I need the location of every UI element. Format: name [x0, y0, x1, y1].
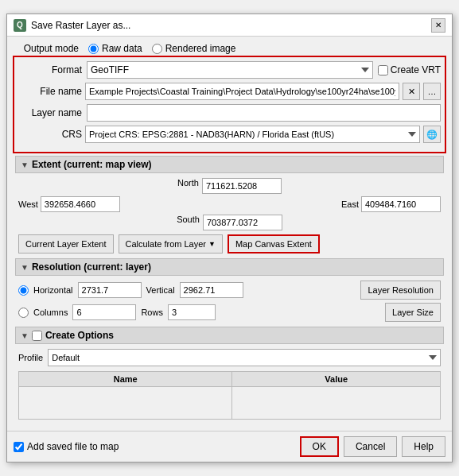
value-column-header: Value	[232, 372, 441, 387]
rendered-image-radio[interactable]	[152, 44, 162, 54]
north-label: North	[177, 178, 199, 194]
rendered-image-option[interactable]: Rendered image	[152, 43, 236, 54]
layer-name-input[interactable]	[87, 104, 441, 122]
layer-name-label: Layer name	[18, 107, 82, 118]
south-input[interactable]	[203, 215, 282, 230]
extent-buttons-row: Current Layer Extent Calculate from Laye…	[15, 234, 444, 253]
name-column-header: Name	[19, 372, 232, 387]
east-input[interactable]	[361, 196, 441, 212]
south-row: South	[15, 215, 444, 230]
required-fields-group: Format GeoTIFF Create VRT File name ✕ … …	[15, 58, 444, 151]
format-row: Format GeoTIFF Create VRT	[18, 61, 441, 79]
output-mode-row: Output mode Raw data Rendered image	[15, 43, 444, 54]
columns-row: Columns Rows Layer Size	[15, 303, 444, 322]
create-vrt-label: Create VRT	[391, 64, 441, 75]
titlebar: Q Save Raster Layer as... ✕	[7, 14, 452, 37]
layer-name-row: Layer name	[18, 104, 441, 122]
ok-button[interactable]: OK	[300, 436, 339, 457]
output-mode-radio-group: Raw data Rendered image	[88, 43, 235, 54]
options-table-empty-value	[232, 387, 441, 420]
horizontal-radio[interactable]	[18, 285, 29, 296]
raw-data-option[interactable]: Raw data	[88, 43, 142, 54]
filename-row: File name ✕ …	[18, 83, 441, 100]
south-label: South	[177, 215, 200, 230]
crs-browse-button[interactable]: 🌐	[423, 126, 441, 143]
format-label: Format	[18, 64, 82, 75]
save-raster-dialog: Q Save Raster Layer as... ✕ Output mode …	[6, 14, 453, 462]
current-layer-extent-button[interactable]: Current Layer Extent	[18, 234, 114, 253]
east-group: East	[341, 196, 441, 212]
columns-label: Columns	[33, 308, 68, 317]
add-saved-file-label: Add saved file to map	[27, 441, 119, 452]
add-saved-file-checkbox[interactable]	[14, 442, 24, 452]
raw-data-label: Raw data	[102, 43, 142, 54]
calculate-dropdown-icon: ▼	[208, 240, 216, 248]
extent-section-title: Extent (current: map view)	[32, 159, 152, 170]
clear-filename-button[interactable]: ✕	[403, 83, 420, 100]
map-canvas-extent-button[interactable]: Map Canvas Extent	[228, 234, 320, 253]
options-table-empty-name	[19, 387, 232, 420]
extent-arrow-icon: ▼	[21, 161, 29, 169]
create-vrt-checkbox[interactable]	[378, 65, 388, 75]
resolution-section-header[interactable]: ▼ Resolution (current: layer)	[15, 258, 444, 276]
layer-size-button[interactable]: Layer Size	[385, 303, 441, 322]
resolution-section: ▼ Resolution (current: layer) Horizontal…	[15, 258, 444, 322]
north-input[interactable]	[202, 178, 282, 194]
calculate-from-layer-label: Calculate from Layer	[126, 239, 207, 249]
window-title: Save Raster Layer as...	[31, 20, 130, 31]
north-row: North	[15, 178, 444, 194]
vertical-label: Vertical	[146, 285, 175, 295]
rows-label: Rows	[141, 308, 163, 317]
extent-section-header[interactable]: ▼ Extent (current: map view)	[15, 156, 444, 173]
create-options-section: ▼ Create Options Profile Default Name Va…	[15, 327, 444, 420]
crs-select[interactable]: Project CRS: EPSG:2881 - NAD83(HARN) / F…	[85, 126, 420, 143]
create-options-checkbox[interactable]	[32, 331, 42, 341]
rows-input[interactable]	[168, 304, 216, 320]
create-options-arrow-icon: ▼	[21, 331, 29, 340]
raw-data-radio[interactable]	[88, 44, 99, 54]
output-mode-label: Output mode	[15, 43, 79, 54]
columns-input[interactable]	[72, 304, 136, 320]
dialog-content: Output mode Raw data Rendered image Form…	[7, 37, 452, 431]
options-table: Name Value	[18, 371, 441, 420]
cancel-button[interactable]: Cancel	[344, 436, 397, 457]
help-button[interactable]: Help	[402, 436, 445, 457]
resolution-section-title: Resolution (current: layer)	[32, 261, 151, 273]
create-options-header[interactable]: ▼ Create Options	[15, 327, 444, 344]
filename-input[interactable]	[85, 83, 399, 100]
filename-label: File name	[18, 86, 82, 97]
profile-select[interactable]: Default	[48, 349, 441, 366]
horizontal-row: Horizontal Vertical Layer Resolution	[15, 281, 444, 300]
crs-label: CRS	[18, 129, 82, 140]
add-saved-file-group[interactable]: Add saved file to map	[14, 441, 295, 452]
columns-radio[interactable]	[18, 308, 29, 318]
layer-resolution-button[interactable]: Layer Resolution	[360, 281, 441, 300]
west-group: West	[18, 196, 120, 212]
calculate-from-layer-button[interactable]: Calculate from Layer ▼	[119, 234, 223, 253]
app-icon: Q	[14, 19, 26, 32]
profile-label: Profile	[18, 353, 43, 362]
resolution-arrow-icon: ▼	[21, 263, 29, 272]
titlebar-left: Q Save Raster Layer as...	[14, 19, 130, 32]
dialog-footer: Add saved file to map OK Cancel Help	[7, 431, 452, 462]
east-label: East	[341, 199, 359, 209]
browse-filename-button[interactable]: …	[423, 83, 441, 100]
horizontal-label: Horizontal	[33, 285, 73, 295]
create-options-title: Create Options	[45, 330, 114, 341]
rendered-image-label: Rendered image	[165, 43, 236, 54]
west-east-row: West East	[15, 196, 444, 212]
extent-section: ▼ Extent (current: map view) North West …	[15, 156, 444, 253]
vertical-input[interactable]	[180, 282, 243, 298]
create-vrt-checkbox-group[interactable]: Create VRT	[378, 64, 441, 75]
west-input[interactable]	[41, 196, 120, 212]
format-select[interactable]: GeoTIFF	[87, 61, 373, 79]
crs-row: CRS Project CRS: EPSG:2881 - NAD83(HARN)…	[18, 126, 441, 143]
profile-row: Profile Default	[15, 349, 444, 366]
horizontal-input[interactable]	[78, 282, 142, 298]
west-label: West	[18, 199, 38, 209]
close-button[interactable]: ✕	[431, 18, 445, 33]
